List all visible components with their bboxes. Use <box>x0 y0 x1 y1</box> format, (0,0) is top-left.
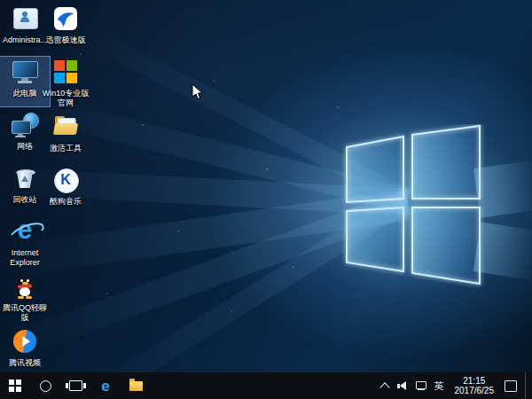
desktop-wallpaper: Administra... 此电脑 网络 回收站 e Internet Expl… <box>0 0 532 372</box>
volume-icon[interactable] <box>396 380 408 391</box>
show-desktop-button[interactable] <box>525 372 530 399</box>
taskbar-file-explorer[interactable] <box>121 372 151 399</box>
show-hidden-icons-chevron[interactable] <box>379 382 389 392</box>
taskbar-internet-explorer[interactable]: e <box>90 372 121 399</box>
network-icon <box>10 110 40 140</box>
thunder-bird-icon <box>51 4 81 34</box>
clock-time: 21:15 <box>463 376 485 386</box>
icon-label: 网络 <box>17 142 33 152</box>
internet-explorer-icon: e <box>101 379 109 394</box>
icon-label: Internet Explorer <box>0 248 50 268</box>
recycle-bin-icon <box>10 163 40 193</box>
desktop-icon-win10-pro-site[interactable]: Win10专业版官网 <box>41 57 90 108</box>
clock-date: 2017/6/25 <box>455 386 495 395</box>
task-view-button[interactable] <box>60 372 90 399</box>
network-status-icon[interactable] <box>416 381 426 391</box>
task-view-icon <box>69 380 82 391</box>
folder-icon <box>51 112 81 142</box>
windows-start-icon <box>9 379 21 392</box>
this-pc-icon <box>10 57 40 87</box>
desktop-icon-internet-explorer[interactable]: e Internet Explorer <box>0 216 50 268</box>
icon-label: 此电脑 <box>13 89 37 98</box>
desktop-icon-qq-lite[interactable]: 腾讯QQ轻聊版 <box>0 271 50 323</box>
windows-logo-wallpaper <box>340 124 486 288</box>
icon-label: 回收站 <box>13 195 37 205</box>
administrator-folder-icon <box>10 4 40 34</box>
icon-label: 迅雷极速版 <box>46 35 86 45</box>
ime-language-indicator[interactable]: 英 <box>434 379 444 393</box>
desktop-icon-tencent-video[interactable]: 腾讯视频 <box>0 326 50 372</box>
mouse-cursor <box>192 83 203 100</box>
file-explorer-icon <box>129 381 143 391</box>
icon-label: 激活工具 <box>50 144 82 153</box>
cortana-search-button[interactable] <box>30 372 60 399</box>
desktop-icon-kugou-music[interactable]: K 酷狗音乐 <box>41 165 90 215</box>
taskbar-clock[interactable]: 21:15 2017/6/25 <box>452 376 497 395</box>
dust-particles <box>0 0 2 2</box>
icon-label: Win10专业版官网 <box>41 89 90 108</box>
windows-flag-icon <box>51 57 81 87</box>
kugou-music-icon: K <box>51 165 81 195</box>
system-tray: 英 21:15 2017/6/25 <box>381 372 532 399</box>
internet-explorer-icon: e <box>10 216 40 246</box>
icon-label: 腾讯视频 <box>9 358 41 368</box>
taskbar: e 英 21:15 2017/6/25 <box>0 372 532 399</box>
start-button[interactable] <box>0 372 30 399</box>
icon-label: 酷狗音乐 <box>50 197 82 207</box>
action-center-icon[interactable] <box>505 380 517 392</box>
search-circle-icon <box>40 380 51 392</box>
desktop-icon-thunder-speed[interactable]: 迅雷极速版 <box>41 4 90 53</box>
qq-penguin-icon <box>10 271 40 301</box>
desktop-icon-column-2: 迅雷极速版 Win10专业版官网 激活工具 K 酷狗音乐 <box>41 4 90 218</box>
desktop-icon-activation-tools[interactable]: 激活工具 <box>41 112 90 161</box>
icon-label: 腾讯QQ轻聊版 <box>0 303 50 323</box>
tencent-video-icon <box>10 326 40 356</box>
